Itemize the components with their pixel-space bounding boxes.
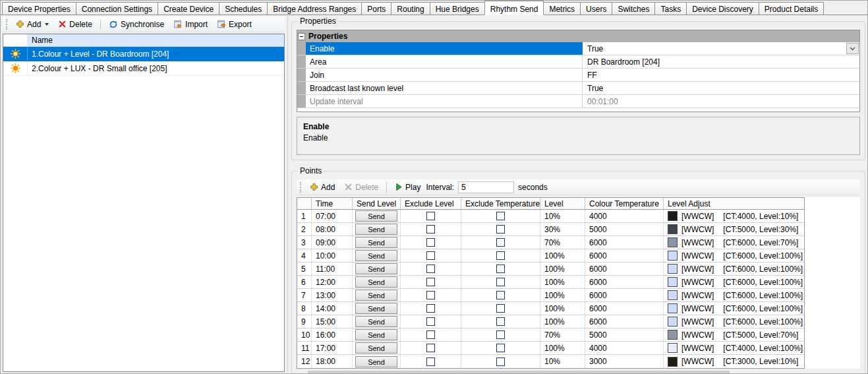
- send-button[interactable]: Send: [355, 263, 397, 274]
- send-button[interactable]: Send: [355, 237, 397, 248]
- level-adjust-cell[interactable]: [WWCW][CT:6000, Level:100%]: [664, 289, 804, 301]
- exclude-level-checkbox[interactable]: [426, 317, 435, 326]
- time-cell[interactable]: 12:00: [312, 276, 353, 288]
- col-header-send-level[interactable]: Send Level: [353, 198, 401, 209]
- colour-temperature-cell[interactable]: 6000: [585, 302, 664, 315]
- points-add-button[interactable]: Add: [306, 181, 339, 194]
- tab-tasks[interactable]: Tasks: [654, 2, 687, 15]
- exclude-temperature-checkbox[interactable]: [496, 344, 505, 352]
- level-cell[interactable]: 10%: [540, 210, 585, 222]
- colour-temperature-cell[interactable]: 6000: [585, 276, 664, 288]
- property-value[interactable]: DR Boardroom [204]: [583, 55, 859, 68]
- send-button[interactable]: Send: [355, 316, 397, 327]
- exclude-level-checkbox[interactable]: [426, 358, 435, 366]
- col-header-level-adjust[interactable]: Level Adjust: [664, 198, 804, 209]
- level-adjust-cell[interactable]: [WWCW][CT:3000, Level:10%]: [664, 355, 804, 368]
- tab-hue-bridges[interactable]: Hue Bridges: [430, 2, 485, 15]
- property-row-area[interactable]: AreaDR Boardroom [204]: [297, 55, 859, 69]
- scrollbar-track[interactable]: [308, 371, 849, 374]
- exclude-level-checkbox[interactable]: [426, 304, 435, 313]
- exclude-level-checkbox[interactable]: [426, 225, 435, 234]
- exclude-temperature-checkbox[interactable]: [496, 317, 505, 326]
- value-dropdown-button[interactable]: [846, 43, 859, 54]
- col-header-level[interactable]: Level: [540, 198, 585, 209]
- add-dropdown-caret-icon[interactable]: [45, 23, 49, 26]
- name-column-header[interactable]: Name: [28, 34, 284, 46]
- col-header-exclude-level[interactable]: Exclude Level: [401, 198, 461, 209]
- property-row-join[interactable]: JoinFF: [297, 69, 859, 82]
- level-adjust-cell[interactable]: [WWCW][CT:4000, Level:10%]: [664, 210, 804, 222]
- colour-temperature-cell[interactable]: 6000: [585, 263, 664, 275]
- exclude-temperature-checkbox[interactable]: [496, 251, 505, 260]
- property-value[interactable]: 00:01:00: [583, 95, 859, 108]
- tab-connection-settings[interactable]: Connection Settings: [76, 2, 158, 15]
- property-value[interactable]: True: [583, 42, 859, 55]
- level-cell[interactable]: 30%: [540, 223, 585, 235]
- exclude-temperature-checkbox[interactable]: [496, 291, 505, 299]
- exclude-level-checkbox[interactable]: [426, 291, 435, 299]
- exclude-temperature-checkbox[interactable]: [496, 265, 505, 273]
- colour-temperature-cell[interactable]: 5000: [585, 223, 664, 235]
- colour-temperature-cell[interactable]: 6000: [585, 315, 664, 328]
- colour-temperature-cell[interactable]: 6000: [585, 289, 664, 301]
- points-toolbar-grip[interactable]: [300, 182, 302, 193]
- send-button[interactable]: Send: [355, 342, 397, 354]
- send-button[interactable]: Send: [355, 303, 397, 314]
- tab-switches[interactable]: Switches: [612, 2, 655, 15]
- level-adjust-cell[interactable]: [WWCW][CT:5000, Level:70%]: [664, 328, 804, 341]
- level-adjust-cell[interactable]: [WWCW][CT:5000, Level:30%]: [664, 223, 804, 235]
- level-cell[interactable]: 100%: [540, 302, 585, 315]
- exclude-temperature-checkbox[interactable]: [496, 225, 505, 234]
- scroll-right-icon[interactable]: ›: [849, 371, 860, 374]
- col-header-colour-temperature[interactable]: Colour Temperature: [585, 198, 664, 209]
- tab-ports[interactable]: Ports: [361, 2, 391, 15]
- tab-create-device[interactable]: Create Device: [158, 2, 219, 15]
- colour-temperature-cell[interactable]: 5000: [585, 328, 664, 341]
- exclude-temperature-checkbox[interactable]: [496, 278, 505, 286]
- level-cell[interactable]: 100%: [540, 276, 585, 288]
- tab-bridge-address-ranges[interactable]: Bridge Address Ranges: [267, 2, 362, 15]
- time-cell[interactable]: 11:00: [312, 263, 353, 275]
- col-header-exclude-temperature[interactable]: Exclude Temperature: [461, 198, 540, 209]
- scrollbar-thumb[interactable]: [308, 371, 730, 374]
- exclude-level-checkbox[interactable]: [426, 278, 435, 286]
- time-cell[interactable]: 07:00: [312, 210, 353, 222]
- exclude-level-checkbox[interactable]: [426, 265, 435, 273]
- send-button[interactable]: Send: [355, 356, 397, 367]
- collapse-minus-icon[interactable]: [298, 33, 305, 40]
- property-value[interactable]: FF: [583, 69, 859, 81]
- tab-product-details[interactable]: Product Details: [759, 2, 824, 15]
- tab-metrics[interactable]: Metrics: [543, 2, 581, 15]
- import-button[interactable]: Import: [169, 18, 212, 31]
- colour-temperature-cell[interactable]: 4000: [585, 210, 664, 222]
- level-adjust-cell[interactable]: [WWCW][CT:6000, Level:100%]: [664, 302, 804, 315]
- time-cell[interactable]: 18:00: [312, 355, 353, 368]
- send-button[interactable]: Send: [355, 290, 397, 301]
- scroll-left-icon[interactable]: ‹: [297, 371, 308, 374]
- send-button[interactable]: Send: [355, 210, 397, 222]
- colour-temperature-cell[interactable]: 4000: [585, 342, 664, 354]
- exclude-level-checkbox[interactable]: [426, 212, 435, 220]
- level-adjust-cell[interactable]: [WWCW][CT:6000, Level:70%]: [664, 236, 804, 249]
- interval-input[interactable]: [458, 181, 514, 193]
- icon-column-header[interactable]: [3, 34, 28, 46]
- exclude-temperature-checkbox[interactable]: [496, 330, 505, 339]
- level-adjust-cell[interactable]: [WWCW][CT:6000, Level:100%]: [664, 276, 804, 288]
- points-delete-button[interactable]: Delete: [340, 181, 382, 194]
- exclude-level-checkbox[interactable]: [426, 344, 435, 352]
- exclude-temperature-checkbox[interactable]: [496, 238, 505, 247]
- time-cell[interactable]: 17:00: [312, 342, 353, 354]
- exclude-temperature-checkbox[interactable]: [496, 212, 505, 220]
- level-cell[interactable]: 10%: [540, 355, 585, 368]
- colour-temperature-cell[interactable]: 6000: [585, 236, 664, 249]
- tab-rhythm-send[interactable]: Rhythm Send: [484, 1, 544, 15]
- tab-device-properties[interactable]: Device Properties: [2, 2, 76, 15]
- exclude-temperature-checkbox[interactable]: [496, 304, 505, 313]
- time-cell[interactable]: 09:00: [312, 236, 353, 249]
- col-header-rownum[interactable]: [297, 198, 312, 209]
- property-row-enable[interactable]: EnableTrue: [297, 42, 859, 55]
- level-cell[interactable]: 100%: [540, 249, 585, 262]
- synchronise-button[interactable]: Synchronise: [105, 18, 168, 31]
- add-button[interactable]: Add: [12, 18, 53, 31]
- level-adjust-cell[interactable]: [WWCW][CT:4000, Level:100%]: [664, 342, 804, 354]
